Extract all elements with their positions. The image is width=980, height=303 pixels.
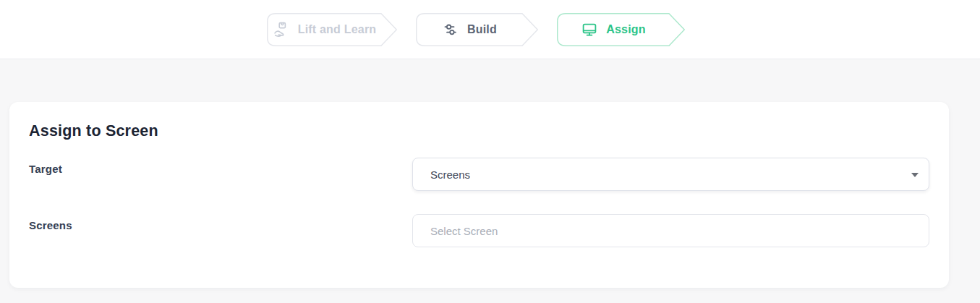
top-bar: Lift and Learn Build xyxy=(0,0,980,59)
step-label: Build xyxy=(467,23,497,36)
target-label: Target xyxy=(29,158,412,175)
panel-title: Assign to Screen xyxy=(29,121,929,140)
step-label: Assign xyxy=(606,23,646,36)
step-assign[interactable]: Assign xyxy=(557,13,685,46)
assign-to-screen-panel: Assign to Screen Target Screens Screens xyxy=(9,102,949,288)
target-select[interactable]: Screens xyxy=(412,158,929,191)
screen-select-input[interactable] xyxy=(412,214,929,247)
target-select-value: Screens xyxy=(430,168,470,181)
sliders-icon xyxy=(442,21,459,38)
target-row: Target Screens xyxy=(29,158,929,191)
lift-hand-icon xyxy=(273,21,290,38)
chevron-down-icon xyxy=(911,173,919,177)
main-content: Assign to Screen Target Screens Screens xyxy=(0,102,980,288)
wizard-stepper: Lift and Learn Build xyxy=(267,13,685,46)
monitor-icon xyxy=(581,21,598,38)
screens-label: Screens xyxy=(29,214,412,231)
step-label: Lift and Learn xyxy=(298,23,377,36)
step-lift-and-learn[interactable]: Lift and Learn xyxy=(267,13,397,46)
screens-row: Screens xyxy=(29,214,929,247)
step-build[interactable]: Build xyxy=(416,13,538,46)
